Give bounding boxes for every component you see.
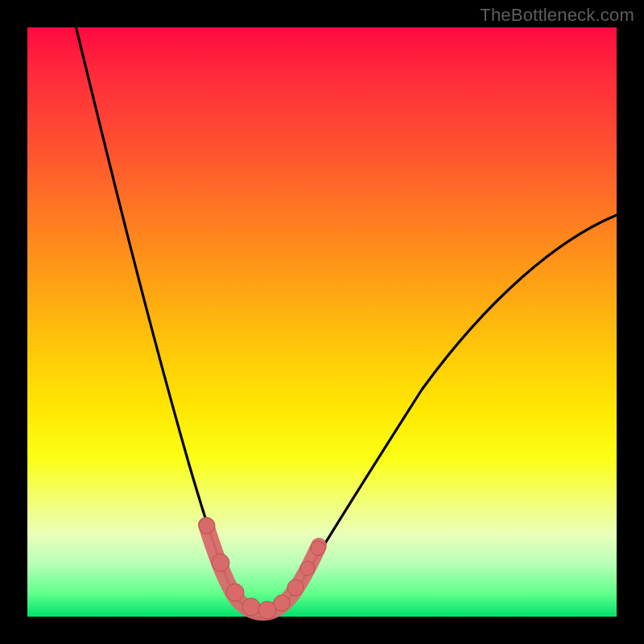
marker-point	[242, 598, 260, 616]
marker-point	[287, 580, 303, 596]
plot-area	[27, 27, 617, 617]
marker-point	[199, 518, 215, 534]
bottleneck-curve	[74, 19, 623, 613]
marker-point	[212, 554, 229, 572]
watermark-text: TheBottleneck.com	[480, 5, 634, 26]
marker-point	[226, 584, 244, 601]
chart-svg	[27, 27, 617, 617]
chart-frame: TheBottleneck.com	[0, 0, 644, 644]
marker-point	[311, 541, 325, 555]
marker-point	[300, 561, 315, 576]
marker-point	[274, 595, 290, 611]
